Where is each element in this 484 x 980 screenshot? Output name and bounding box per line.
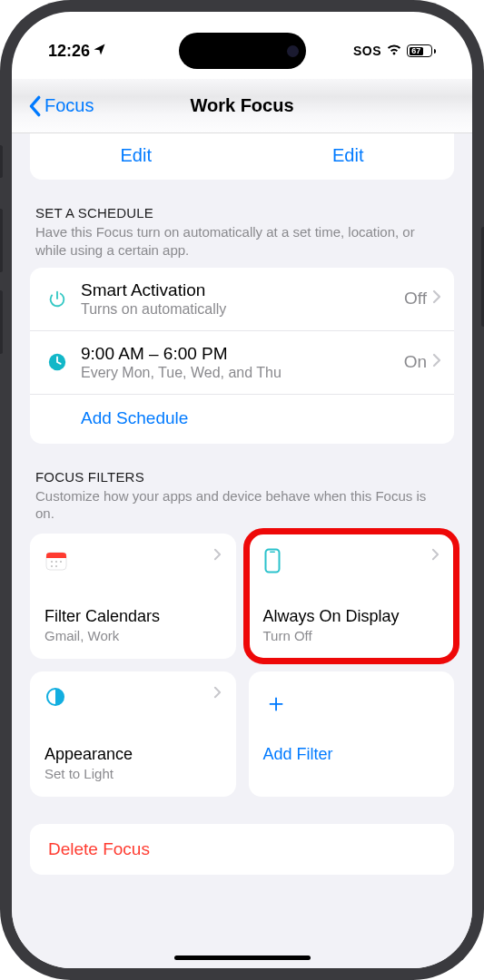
silent-switch: [0, 145, 3, 178]
svg-rect-12: [270, 551, 275, 553]
appearance-icon: [44, 686, 66, 711]
calendar-icon: [44, 548, 68, 575]
smart-activation-sub: Turns on automatically: [81, 301, 404, 318]
phone-icon: [263, 548, 282, 577]
filter-calendars-tile[interactable]: Filter Calendars Gmail, Work: [30, 534, 236, 659]
content-area: Edit Edit Set a Schedule Have this Focus…: [12, 133, 472, 968]
always-on-display-title: Always On Display: [263, 607, 440, 626]
appearance-sub: Set to Light: [44, 766, 222, 781]
chevron-right-icon: [432, 353, 441, 371]
chevron-right-icon: [431, 548, 440, 564]
clock-icon: [43, 352, 72, 372]
time-schedule-value: On: [404, 352, 427, 372]
appearance-title: Appearance: [44, 745, 222, 764]
filters-header: Focus Filters Customize how your apps an…: [35, 469, 449, 523]
smart-activation-value: Off: [404, 289, 427, 309]
filter-calendars-sub: Gmail, Work: [44, 628, 222, 643]
svg-point-8: [60, 561, 62, 563]
filter-calendars-title: Filter Calendars: [44, 607, 222, 626]
add-filter-tile[interactable]: ＋ Add Filter: [249, 671, 455, 797]
plus-icon: ＋: [263, 686, 289, 720]
back-button[interactable]: Focus: [26, 95, 94, 117]
svg-point-10: [55, 565, 57, 567]
phone-screen: 12:26 SOS 67 Focus Work Focus Edit: [12, 12, 472, 968]
svg-rect-5: [46, 556, 66, 558]
smart-activation-row[interactable]: Smart Activation Turns on automatically …: [30, 268, 454, 331]
edit-button-left[interactable]: Edit: [30, 145, 242, 166]
always-on-display-sub: Turn Off: [263, 628, 440, 643]
power-icon: [43, 289, 72, 309]
nav-header: Focus Work Focus: [12, 79, 472, 133]
back-label: Focus: [44, 95, 94, 116]
filters-desc: Customize how your apps and device behav…: [35, 487, 449, 523]
schedule-desc: Have this Focus turn on automatically at…: [35, 223, 449, 259]
schedule-header: Set a Schedule Have this Focus turn on a…: [35, 205, 449, 259]
chevron-right-icon: [213, 548, 222, 564]
battery-percent: 67: [411, 46, 420, 55]
svg-point-7: [55, 561, 57, 563]
chevron-right-icon: [432, 289, 441, 308]
always-on-display-tile[interactable]: Always On Display Turn Off: [249, 534, 455, 659]
chevron-left-icon: [26, 95, 43, 117]
status-bar: 12:26 SOS 67: [12, 37, 472, 64]
status-time: 12:26: [48, 42, 90, 61]
volume-down-button: [0, 290, 3, 354]
location-icon: [93, 42, 106, 61]
add-filter-label: Add Filter: [263, 745, 440, 764]
time-schedule-row[interactable]: 9:00 AM – 6:00 PM Every Mon, Tue, Wed, a…: [30, 331, 454, 395]
filter-tiles: Filter Calendars Gmail, Work Always On D…: [30, 534, 454, 797]
edit-button-right[interactable]: Edit: [242, 145, 455, 166]
svg-point-6: [51, 561, 53, 563]
svg-rect-11: [265, 549, 279, 572]
filters-title: Focus Filters: [35, 469, 449, 485]
time-schedule-title: 9:00 AM – 6:00 PM: [81, 344, 404, 364]
svg-point-9: [51, 565, 53, 567]
sos-indicator: SOS: [353, 44, 381, 58]
home-indicator[interactable]: [174, 956, 311, 960]
appearance-tile[interactable]: Appearance Set to Light: [30, 671, 236, 797]
delete-focus-row[interactable]: Delete Focus: [30, 824, 454, 875]
schedule-list: Smart Activation Turns on automatically …: [30, 268, 454, 444]
schedule-title: Set a Schedule: [35, 205, 449, 220]
wifi-icon: [386, 42, 402, 61]
smart-activation-title: Smart Activation: [81, 280, 404, 300]
page-title: Work Focus: [190, 95, 293, 116]
volume-up-button: [0, 209, 3, 272]
chevron-right-icon: [213, 686, 222, 702]
phone-shell: 12:26 SOS 67 Focus Work Focus Edit: [0, 0, 484, 980]
top-card: Edit Edit: [30, 133, 454, 180]
delete-focus-label: Delete Focus: [48, 839, 436, 859]
add-schedule-button[interactable]: Add Schedule: [30, 395, 454, 444]
time-schedule-sub: Every Mon, Tue, Wed, and Thu: [81, 365, 404, 381]
battery-indicator: 67: [407, 44, 436, 57]
